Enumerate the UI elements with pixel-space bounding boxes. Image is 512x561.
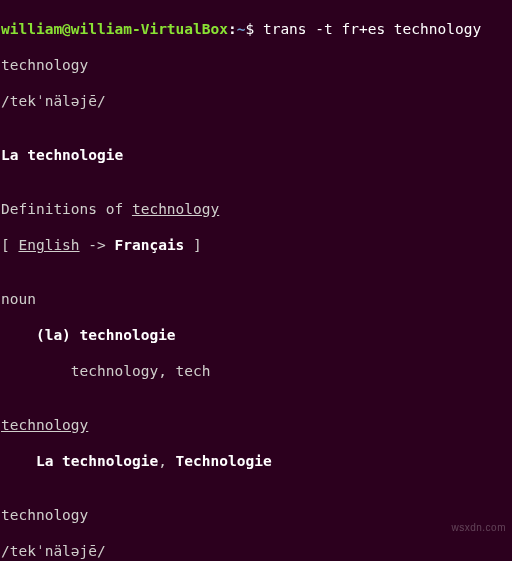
es-word: technology <box>1 506 512 524</box>
fr-entry-line: (la) technologie <box>1 326 512 344</box>
prompt-line-1: william@william-VirtualBox:~$ trans -t f… <box>1 20 512 38</box>
fr-back-word: technology <box>1 416 512 434</box>
lang-arrow: -> <box>80 237 115 253</box>
defs-word: technology <box>132 201 219 217</box>
fr-gloss: technology, tech <box>71 363 211 379</box>
command-text: trans -t fr+es technology <box>263 21 481 37</box>
fr-gloss-line: technology, tech <box>1 362 512 380</box>
fr-lang-line: [ English -> Français ] <box>1 236 512 254</box>
indent <box>1 327 36 343</box>
indent <box>1 453 36 469</box>
lang-close: ] <box>184 237 201 253</box>
fr-back-trans: La technologie <box>36 453 158 469</box>
output-ipa: /tekˈnäləjē/ <box>1 92 512 110</box>
fr-back-sep: , <box>158 453 175 469</box>
terminal[interactable]: william@william-VirtualBox:~$ trans -t f… <box>0 0 512 561</box>
es-ipa: /tekˈnäləjē/ <box>1 542 512 560</box>
prompt-at: @ <box>62 21 71 37</box>
defs-prefix: Definitions of <box>1 201 132 217</box>
fr-definitions-line: Definitions of technology <box>1 200 512 218</box>
prompt-user: william <box>1 21 62 37</box>
lang-src: English <box>18 237 79 253</box>
fr-back-line: La technologie, Technologie <box>1 452 512 470</box>
lang-open: [ <box>1 237 18 253</box>
fr-headline: La technologie <box>1 146 512 164</box>
output-word: technology <box>1 56 512 74</box>
prompt-host: william-VirtualBox <box>71 21 228 37</box>
indent <box>1 363 71 379</box>
prompt-colon: : <box>228 21 237 37</box>
prompt-dollar: $ <box>245 21 254 37</box>
watermark: wsxdn.com <box>451 519 506 537</box>
lang-dst: Français <box>115 237 185 253</box>
fr-pos: noun <box>1 290 512 308</box>
fr-entry: (la) technologie <box>36 327 176 343</box>
fr-back-trans2: Technologie <box>176 453 272 469</box>
